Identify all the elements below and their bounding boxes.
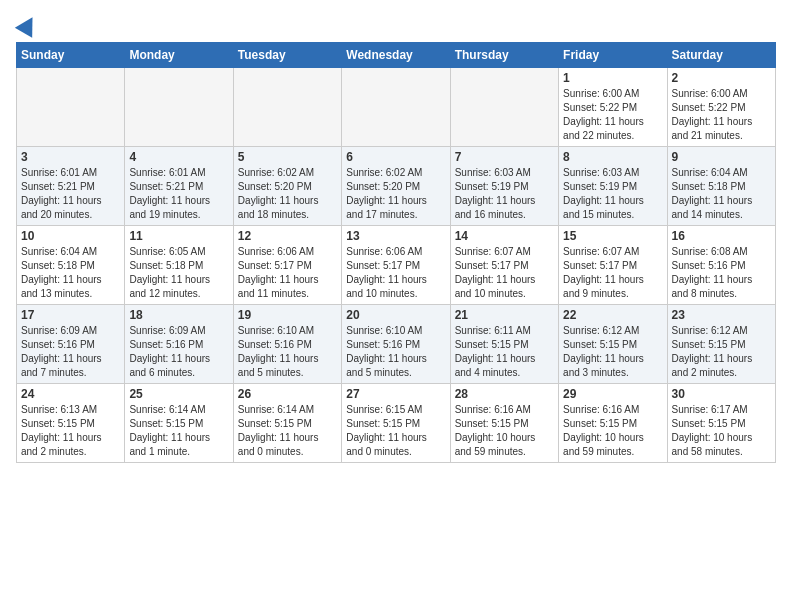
day-info: Sunrise: 6:06 AM Sunset: 5:17 PM Dayligh… — [346, 245, 445, 301]
day-number: 1 — [563, 71, 662, 85]
day-number: 14 — [455, 229, 554, 243]
calendar-dow-header: Tuesday — [233, 43, 341, 68]
calendar-dow-header: Sunday — [17, 43, 125, 68]
calendar-day-cell: 6Sunrise: 6:02 AM Sunset: 5:20 PM Daylig… — [342, 147, 450, 226]
day-number: 5 — [238, 150, 337, 164]
day-number: 29 — [563, 387, 662, 401]
calendar-day-cell: 14Sunrise: 6:07 AM Sunset: 5:17 PM Dayli… — [450, 226, 558, 305]
day-info: Sunrise: 6:08 AM Sunset: 5:16 PM Dayligh… — [672, 245, 771, 301]
calendar-day-cell — [342, 68, 450, 147]
day-number: 12 — [238, 229, 337, 243]
calendar-dow-header: Wednesday — [342, 43, 450, 68]
day-number: 21 — [455, 308, 554, 322]
day-number: 8 — [563, 150, 662, 164]
day-number: 11 — [129, 229, 228, 243]
calendar-day-cell: 4Sunrise: 6:01 AM Sunset: 5:21 PM Daylig… — [125, 147, 233, 226]
calendar-week-row: 3Sunrise: 6:01 AM Sunset: 5:21 PM Daylig… — [17, 147, 776, 226]
day-number: 9 — [672, 150, 771, 164]
day-info: Sunrise: 6:01 AM Sunset: 5:21 PM Dayligh… — [129, 166, 228, 222]
calendar-day-cell: 22Sunrise: 6:12 AM Sunset: 5:15 PM Dayli… — [559, 305, 667, 384]
day-info: Sunrise: 6:02 AM Sunset: 5:20 PM Dayligh… — [238, 166, 337, 222]
calendar-day-cell: 24Sunrise: 6:13 AM Sunset: 5:15 PM Dayli… — [17, 384, 125, 463]
calendar-dow-header: Friday — [559, 43, 667, 68]
calendar-day-cell: 26Sunrise: 6:14 AM Sunset: 5:15 PM Dayli… — [233, 384, 341, 463]
day-number: 2 — [672, 71, 771, 85]
day-number: 7 — [455, 150, 554, 164]
calendar-day-cell: 17Sunrise: 6:09 AM Sunset: 5:16 PM Dayli… — [17, 305, 125, 384]
calendar-day-cell: 10Sunrise: 6:04 AM Sunset: 5:18 PM Dayli… — [17, 226, 125, 305]
calendar-day-cell: 19Sunrise: 6:10 AM Sunset: 5:16 PM Dayli… — [233, 305, 341, 384]
calendar-day-cell: 9Sunrise: 6:04 AM Sunset: 5:18 PM Daylig… — [667, 147, 775, 226]
calendar-week-row: 1Sunrise: 6:00 AM Sunset: 5:22 PM Daylig… — [17, 68, 776, 147]
calendar-week-row: 10Sunrise: 6:04 AM Sunset: 5:18 PM Dayli… — [17, 226, 776, 305]
calendar-day-cell: 8Sunrise: 6:03 AM Sunset: 5:19 PM Daylig… — [559, 147, 667, 226]
day-info: Sunrise: 6:04 AM Sunset: 5:18 PM Dayligh… — [672, 166, 771, 222]
day-info: Sunrise: 6:17 AM Sunset: 5:15 PM Dayligh… — [672, 403, 771, 459]
calendar-day-cell: 28Sunrise: 6:16 AM Sunset: 5:15 PM Dayli… — [450, 384, 558, 463]
day-number: 28 — [455, 387, 554, 401]
calendar-dow-header: Monday — [125, 43, 233, 68]
calendar-day-cell — [450, 68, 558, 147]
day-info: Sunrise: 6:10 AM Sunset: 5:16 PM Dayligh… — [238, 324, 337, 380]
day-info: Sunrise: 6:12 AM Sunset: 5:15 PM Dayligh… — [563, 324, 662, 380]
day-info: Sunrise: 6:01 AM Sunset: 5:21 PM Dayligh… — [21, 166, 120, 222]
day-info: Sunrise: 6:16 AM Sunset: 5:15 PM Dayligh… — [455, 403, 554, 459]
day-info: Sunrise: 6:14 AM Sunset: 5:15 PM Dayligh… — [129, 403, 228, 459]
day-info: Sunrise: 6:04 AM Sunset: 5:18 PM Dayligh… — [21, 245, 120, 301]
calendar-day-cell — [125, 68, 233, 147]
day-info: Sunrise: 6:00 AM Sunset: 5:22 PM Dayligh… — [563, 87, 662, 143]
calendar-day-cell: 7Sunrise: 6:03 AM Sunset: 5:19 PM Daylig… — [450, 147, 558, 226]
calendar-day-cell: 25Sunrise: 6:14 AM Sunset: 5:15 PM Dayli… — [125, 384, 233, 463]
calendar-day-cell: 11Sunrise: 6:05 AM Sunset: 5:18 PM Dayli… — [125, 226, 233, 305]
day-number: 6 — [346, 150, 445, 164]
day-number: 23 — [672, 308, 771, 322]
calendar-day-cell: 30Sunrise: 6:17 AM Sunset: 5:15 PM Dayli… — [667, 384, 775, 463]
calendar-dow-header: Saturday — [667, 43, 775, 68]
day-number: 3 — [21, 150, 120, 164]
day-info: Sunrise: 6:03 AM Sunset: 5:19 PM Dayligh… — [563, 166, 662, 222]
day-info: Sunrise: 6:15 AM Sunset: 5:15 PM Dayligh… — [346, 403, 445, 459]
calendar-day-cell: 29Sunrise: 6:16 AM Sunset: 5:15 PM Dayli… — [559, 384, 667, 463]
day-number: 10 — [21, 229, 120, 243]
calendar-day-cell: 18Sunrise: 6:09 AM Sunset: 5:16 PM Dayli… — [125, 305, 233, 384]
day-number: 17 — [21, 308, 120, 322]
calendar-day-cell: 5Sunrise: 6:02 AM Sunset: 5:20 PM Daylig… — [233, 147, 341, 226]
calendar-week-row: 17Sunrise: 6:09 AM Sunset: 5:16 PM Dayli… — [17, 305, 776, 384]
day-number: 22 — [563, 308, 662, 322]
day-info: Sunrise: 6:07 AM Sunset: 5:17 PM Dayligh… — [455, 245, 554, 301]
logo — [16, 16, 38, 34]
day-info: Sunrise: 6:05 AM Sunset: 5:18 PM Dayligh… — [129, 245, 228, 301]
day-number: 20 — [346, 308, 445, 322]
day-info: Sunrise: 6:13 AM Sunset: 5:15 PM Dayligh… — [21, 403, 120, 459]
day-info: Sunrise: 6:12 AM Sunset: 5:15 PM Dayligh… — [672, 324, 771, 380]
calendar-day-cell — [233, 68, 341, 147]
calendar-dow-header: Thursday — [450, 43, 558, 68]
logo-triangle-icon — [15, 12, 41, 38]
day-info: Sunrise: 6:03 AM Sunset: 5:19 PM Dayligh… — [455, 166, 554, 222]
day-info: Sunrise: 6:07 AM Sunset: 5:17 PM Dayligh… — [563, 245, 662, 301]
day-info: Sunrise: 6:14 AM Sunset: 5:15 PM Dayligh… — [238, 403, 337, 459]
day-number: 26 — [238, 387, 337, 401]
day-number: 15 — [563, 229, 662, 243]
day-number: 16 — [672, 229, 771, 243]
calendar-day-cell: 20Sunrise: 6:10 AM Sunset: 5:16 PM Dayli… — [342, 305, 450, 384]
calendar-day-cell: 21Sunrise: 6:11 AM Sunset: 5:15 PM Dayli… — [450, 305, 558, 384]
page-header — [16, 16, 776, 34]
day-number: 4 — [129, 150, 228, 164]
day-info: Sunrise: 6:10 AM Sunset: 5:16 PM Dayligh… — [346, 324, 445, 380]
calendar-day-cell: 16Sunrise: 6:08 AM Sunset: 5:16 PM Dayli… — [667, 226, 775, 305]
day-info: Sunrise: 6:00 AM Sunset: 5:22 PM Dayligh… — [672, 87, 771, 143]
day-number: 25 — [129, 387, 228, 401]
calendar-day-cell: 15Sunrise: 6:07 AM Sunset: 5:17 PM Dayli… — [559, 226, 667, 305]
calendar-day-cell: 3Sunrise: 6:01 AM Sunset: 5:21 PM Daylig… — [17, 147, 125, 226]
day-number: 19 — [238, 308, 337, 322]
day-info: Sunrise: 6:09 AM Sunset: 5:16 PM Dayligh… — [21, 324, 120, 380]
calendar-day-cell: 1Sunrise: 6:00 AM Sunset: 5:22 PM Daylig… — [559, 68, 667, 147]
day-number: 27 — [346, 387, 445, 401]
calendar-week-row: 24Sunrise: 6:13 AM Sunset: 5:15 PM Dayli… — [17, 384, 776, 463]
day-number: 30 — [672, 387, 771, 401]
day-info: Sunrise: 6:11 AM Sunset: 5:15 PM Dayligh… — [455, 324, 554, 380]
calendar-table: SundayMondayTuesdayWednesdayThursdayFrid… — [16, 42, 776, 463]
day-number: 13 — [346, 229, 445, 243]
day-info: Sunrise: 6:06 AM Sunset: 5:17 PM Dayligh… — [238, 245, 337, 301]
